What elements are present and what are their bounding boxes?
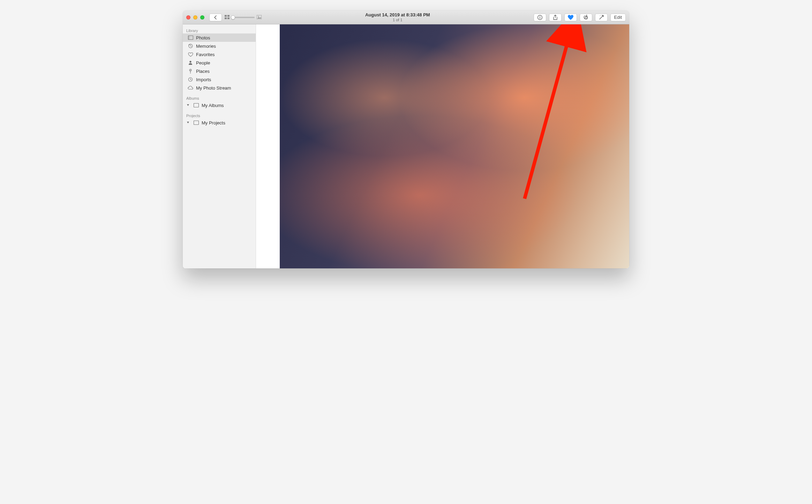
- sidebar-item-imports[interactable]: Imports: [183, 75, 256, 84]
- sidebar-item-label: Favorites: [196, 52, 252, 57]
- photo-viewer: [256, 24, 629, 268]
- person-icon: [188, 60, 193, 65]
- photos-icon: [188, 36, 193, 40]
- svg-point-17: [190, 70, 191, 70]
- auto-enhance-button[interactable]: [595, 14, 608, 21]
- info-icon: [537, 15, 543, 20]
- rotate-icon: [583, 15, 589, 20]
- svg-point-7: [540, 16, 540, 17]
- sidebar-item-label: My Albums: [202, 103, 252, 108]
- sidebar-section-library: Library: [183, 27, 256, 33]
- svg-point-10: [600, 15, 600, 16]
- edit-button-label: Edit: [614, 15, 622, 20]
- heart-outline-icon: [188, 52, 193, 57]
- heart-icon: [567, 15, 574, 20]
- svg-rect-3: [227, 17, 230, 19]
- info-button[interactable]: [534, 14, 546, 21]
- svg-point-15: [189, 61, 191, 63]
- sidebar-item-places[interactable]: Places: [183, 67, 256, 75]
- svg-rect-4: [257, 15, 262, 19]
- clock-icon: [188, 77, 193, 82]
- close-window-button[interactable]: [186, 15, 190, 20]
- share-button[interactable]: [549, 14, 562, 21]
- toolbar-right: Edit: [534, 14, 626, 21]
- window-controls: [186, 15, 204, 20]
- sidebar-section-projects: Projects: [183, 112, 256, 119]
- sidebar-item-label: People: [196, 60, 252, 66]
- album-icon: [193, 103, 199, 107]
- magic-wand-icon: [598, 15, 604, 20]
- sidebar-item-label: Memories: [196, 44, 252, 49]
- svg-rect-8: [540, 17, 540, 18]
- sidebar-item-label: Places: [196, 69, 252, 74]
- photos-app-window: August 14, 2019 at 8:33:48 PM 1 of 1: [183, 10, 629, 268]
- sidebar-item-memories[interactable]: Memories: [183, 42, 256, 50]
- content-left-padding: [256, 24, 280, 268]
- sidebar-item-label: My Photo Stream: [196, 85, 252, 91]
- zoom-thumbnails-icon: [225, 14, 230, 21]
- svg-rect-20: [194, 104, 198, 107]
- cloud-icon: [188, 86, 193, 90]
- project-icon: [193, 121, 199, 125]
- sidebar-section-albums: Albums: [183, 95, 256, 101]
- sidebar-item-label: Photos: [196, 35, 252, 40]
- window-body: Library Photos Memories Favorites People…: [183, 24, 629, 268]
- svg-rect-0: [225, 15, 227, 17]
- pin-icon: [188, 69, 193, 74]
- sidebar: Library Photos Memories Favorites People…: [183, 24, 256, 268]
- sidebar-item-people[interactable]: People: [183, 59, 256, 67]
- zoom-single-icon: [257, 14, 262, 21]
- title-area: August 14, 2019 at 8:33:48 PM 1 of 1: [264, 13, 531, 22]
- rotate-button[interactable]: [580, 14, 592, 21]
- svg-point-11: [601, 15, 601, 15]
- sidebar-item-photos[interactable]: Photos: [183, 33, 256, 42]
- chevron-left-icon: [214, 15, 217, 20]
- disclosure-triangle-icon[interactable]: [186, 104, 190, 107]
- favorite-button[interactable]: [564, 14, 577, 21]
- zoom-slider-group: [225, 14, 262, 21]
- disclosure-triangle-icon[interactable]: [186, 121, 190, 124]
- back-button[interactable]: [209, 14, 222, 21]
- svg-rect-13: [188, 36, 189, 40]
- memories-icon: [188, 44, 193, 48]
- zoom-slider-knob[interactable]: [231, 15, 235, 20]
- photo-timestamp: August 14, 2019 at 8:33:48 PM: [264, 13, 531, 17]
- minimize-window-button[interactable]: [193, 15, 197, 20]
- edit-button[interactable]: Edit: [610, 14, 626, 21]
- sidebar-item-my-albums[interactable]: My Albums: [183, 101, 256, 109]
- sidebar-item-favorites[interactable]: Favorites: [183, 50, 256, 59]
- sidebar-item-photostream[interactable]: My Photo Stream: [183, 84, 256, 92]
- sidebar-item-my-projects[interactable]: My Projects: [183, 119, 256, 127]
- svg-rect-21: [194, 121, 198, 125]
- toolbar: August 14, 2019 at 8:33:48 PM 1 of 1: [183, 10, 629, 24]
- svg-rect-2: [225, 17, 227, 19]
- photo-position-indicator: 1 of 1: [264, 18, 531, 22]
- share-icon: [553, 15, 558, 20]
- fullscreen-window-button[interactable]: [200, 15, 204, 20]
- zoom-slider[interactable]: [232, 17, 255, 18]
- svg-rect-1: [227, 15, 230, 17]
- sidebar-item-label: Imports: [196, 77, 252, 82]
- svg-point-5: [258, 16, 259, 16]
- sidebar-item-label: My Projects: [202, 120, 252, 125]
- photo-image[interactable]: [280, 24, 629, 268]
